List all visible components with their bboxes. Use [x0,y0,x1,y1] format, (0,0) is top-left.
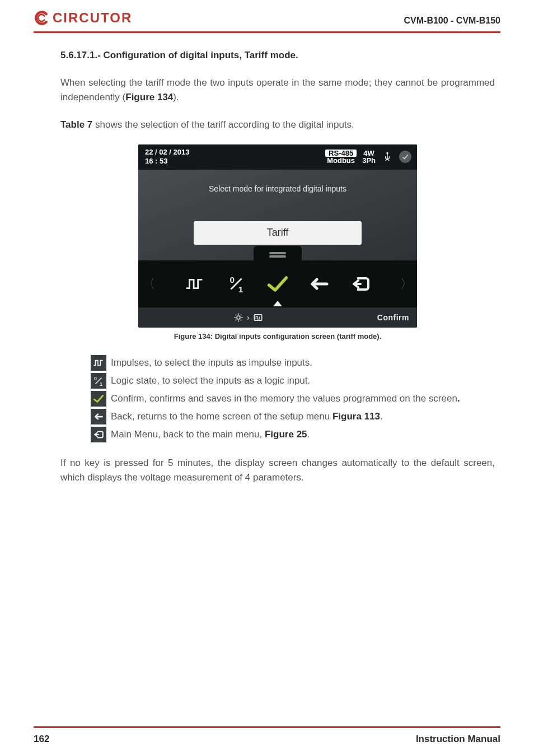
comm-badge: RS-485 Modbus [325,150,357,165]
drawer-handle-icon[interactable] [254,246,302,260]
para-intro: When selecting the tariff mode the two i… [60,76,495,105]
legend-impulses: Impulses, to select the inputs as impuls… [91,355,495,371]
legend-back: Back, returns to the home screen of the … [91,409,495,424]
confirm-tab[interactable] [265,272,290,296]
device-top-bar: 22 / 02 / 2013 16 : 53 RS-485 Modbus 4W … [138,144,417,170]
usb-icon [381,151,394,163]
main-menu-icon [91,427,106,442]
svg-text:0: 0 [94,376,97,381]
wiring-badge: 4W 3Ph [362,150,376,165]
figure-caption: Figure 134: Digital inputs configuration… [60,332,495,340]
main-menu-tab[interactable] [348,272,373,296]
breadcrumb: › [233,312,263,323]
svg-point-0 [386,152,388,154]
back-icon [91,409,106,424]
device-screenshot: 22 / 02 / 2013 16 : 53 RS-485 Modbus 4W … [138,144,417,328]
active-indicator-icon [273,301,282,306]
svg-rect-7 [254,314,262,320]
confirm-icon [91,391,106,407]
svg-text:1: 1 [100,381,102,386]
svg-text:1: 1 [238,284,243,294]
para-timeout: If no key is pressed for 5 minutes, the … [60,456,495,486]
logic-state-tab[interactable]: 01 [224,272,249,296]
inputs-icon [253,312,263,323]
para-table-ref: Table 7 shows the selection of the tarif… [60,118,495,132]
impulses-tab[interactable] [182,272,207,296]
logic-state-icon: 01 [91,373,106,389]
chevron-left-icon[interactable]: 〈 [143,276,155,292]
device-tab-row: 〈 01 〉 [138,260,417,307]
back-tab[interactable] [307,272,331,296]
legend-confirm: Confirm, confirms and saves in the memor… [91,391,495,407]
legend-logic: 01 Logic state, to select the inputs as … [91,373,495,389]
svg-text:0: 0 [230,275,235,284]
confirm-label[interactable]: Confirm [377,313,409,322]
gear-icon [233,312,243,323]
chevron-right-icon[interactable]: 〉 [400,276,413,292]
impulses-icon [91,355,106,371]
device-body-title: Select mode for integrated digital input… [138,170,417,193]
brand-logo: CIRCUTOR [34,10,132,26]
page-header: CIRCUTOR CVM-B100 - CVM-B150 [0,0,534,29]
section-heading: 5.6.17.1.- Configuration of digital inpu… [60,50,495,61]
ok-badge-icon [399,151,411,163]
svg-point-6 [237,316,240,319]
legend-list: Impulses, to select the inputs as impuls… [91,355,495,442]
page-footer: 162 Instruction Manual [0,726,534,745]
brand-text: CIRCUTOR [53,10,132,26]
brand-c-icon [34,10,49,26]
footer-rule [34,726,500,728]
doc-model: CVM-B100 - CVM-B150 [404,16,500,26]
device-selected-mode[interactable]: Tariff [194,221,362,245]
device-bottom-bar: › Confirm [138,307,417,328]
breadcrumb-sep: › [247,313,250,322]
footer-title: Instruction Manual [416,734,500,745]
device-datetime: 22 / 02 / 2013 16 : 53 [145,148,190,166]
page-number: 162 [34,734,49,745]
legend-main: Main Menu, back to the main menu, Figure… [91,427,495,442]
